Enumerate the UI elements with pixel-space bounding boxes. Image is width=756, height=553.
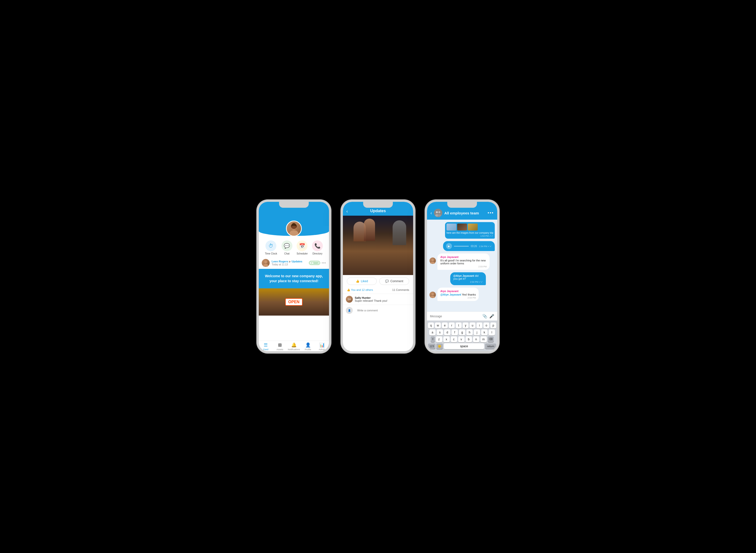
nav-admin[interactable]: 📊 Admin (315, 342, 329, 351)
key-u[interactable]: u (469, 322, 475, 328)
attachment-icon[interactable]: 📎 (482, 314, 487, 319)
phone-2-screen: ‹ Updates 👍 Liked (343, 202, 413, 351)
time-clock-label: Time Clock (265, 252, 277, 255)
key-emoji[interactable]: 😊 (436, 343, 443, 349)
time-clock-icon-circle: ⏱ (266, 240, 276, 251)
phones-container: ⏱ Time Clock 💬 Chat 📅 Scheduler (247, 190, 509, 363)
directory-icon-circle: 📞 (312, 240, 323, 251)
post-more-dots[interactable]: ••• (322, 261, 326, 265)
key-v[interactable]: v (458, 336, 465, 342)
chat-icon-item[interactable]: 💬 Chat (282, 240, 292, 255)
message-input[interactable] (430, 315, 480, 318)
received-text-1: It's all good! i'm searching for the new… (440, 259, 486, 265)
key-f[interactable]: f (451, 329, 458, 335)
key-shift[interactable]: ⇧ (431, 336, 435, 342)
key-t[interactable]: t (456, 322, 462, 328)
bottom-nav: ☰ Feed ⊞ Assets 🔔 Notifications 👤 Profil… (259, 340, 329, 351)
post-time: Today at 11:13 (272, 263, 307, 266)
trip-image-2 (457, 224, 467, 231)
key-k[interactable]: k (481, 329, 487, 335)
key-j[interactable]: j (474, 329, 480, 335)
key-backspace[interactable]: ⌫ (488, 336, 494, 342)
audio-play-button[interactable]: ▶ (446, 243, 452, 249)
welcome-banner-text: Welcome to our new company app, your pla… (263, 274, 325, 284)
keyboard-row-2: a s d f g h j k l (428, 329, 496, 335)
scheduler-icon-circle: 📅 (297, 240, 307, 251)
like-button[interactable]: 👍 Liked (347, 278, 377, 285)
phone-1-notch (279, 202, 309, 208)
audio-message-time: 1:54 PM ✓✓ (479, 245, 492, 248)
comment-avatar: SH (346, 296, 353, 303)
post-header: Leen Rogers ▶ Updates Today at 11:13 ✓ S… (259, 257, 329, 269)
nav-assets[interactable]: ⊞ Assets (273, 342, 287, 351)
key-e[interactable]: e (442, 322, 448, 328)
key-d[interactable]: d (444, 329, 450, 335)
phone-3-notch (447, 202, 477, 208)
phone-1: ⏱ Time Clock 💬 Chat 📅 Scheduler (257, 200, 331, 353)
phone-3-screen: ‹ All employees team ••• (427, 202, 497, 351)
svg-point-1 (289, 230, 298, 236)
chat-icon-circle: 💬 (282, 240, 292, 251)
comment-button[interactable]: 💬 Comment (379, 278, 409, 285)
time-clock-icon-item[interactable]: ⏱ Time Clock (265, 240, 277, 255)
key-123[interactable]: 123 (428, 343, 435, 349)
key-x[interactable]: x (443, 336, 450, 342)
key-q[interactable]: q (428, 322, 434, 328)
key-h[interactable]: h (466, 329, 473, 335)
comment-body: Super relevant! Thank you! (355, 299, 387, 302)
nav-profile[interactable]: 👤 Profile (301, 342, 315, 351)
key-r[interactable]: r (449, 322, 455, 328)
keyboard: q w e r t y u i o p a s d f g h (427, 321, 497, 351)
post-header-text: Leen Rogers ▶ Updates Today at 11:13 (272, 260, 307, 266)
key-n[interactable]: n (473, 336, 479, 342)
key-p[interactable]: p (490, 322, 496, 328)
image-message-time: 1:53 PM ✓✓ (447, 235, 493, 237)
comment-author: Sally Hunter (355, 296, 371, 299)
nav-notifications[interactable]: 🔔 Notifications (287, 342, 301, 351)
svg-point-8 (436, 211, 438, 213)
svg-point-3 (264, 260, 267, 263)
nav-feed[interactable]: ☰ Feed (259, 342, 273, 351)
chat-label: Chat (284, 252, 289, 255)
welcome-banner: Welcome to our new company app, your pla… (259, 269, 329, 288)
key-m[interactable]: m (480, 336, 487, 342)
key-g[interactable]: g (459, 329, 465, 335)
key-i[interactable]: i (476, 322, 482, 328)
chat-back-button[interactable]: ‹ (431, 211, 432, 216)
chat-more-button[interactable]: ••• (487, 211, 494, 216)
microphone-icon[interactable]: 🎤 (489, 314, 494, 319)
admin-nav-icon: 📊 (319, 342, 325, 348)
comment-label: Comment (390, 280, 403, 283)
key-w[interactable]: w (435, 322, 441, 328)
write-comment-avatar: 👤 (346, 307, 353, 314)
open-sign: OPEN (285, 298, 302, 306)
back-button[interactable]: ‹ (346, 209, 348, 214)
directory-icon-item[interactable]: 📞 Directory (312, 240, 323, 255)
audio-duration: 03:26 (471, 245, 477, 248)
scheduler-icon: 📅 (299, 243, 305, 249)
svg-point-13 (431, 262, 435, 264)
comment-content: Sally Hunter Super relevant! Thank you! (355, 296, 387, 302)
key-o[interactable]: o (483, 322, 489, 328)
sent-checkmarks: ✓✓ (489, 235, 493, 237)
assets-nav-icon: ⊞ (278, 342, 282, 348)
key-s[interactable]: s (437, 329, 443, 335)
video-player[interactable] (343, 216, 413, 275)
scheduler-icon-item[interactable]: 📅 Scheduler (297, 240, 308, 255)
key-l[interactable]: l (488, 329, 495, 335)
write-comment-input[interactable] (355, 307, 410, 313)
profile-nav-label: Profile (305, 348, 311, 351)
assets-nav-label: Assets (277, 348, 283, 351)
key-y[interactable]: y (463, 322, 468, 328)
key-c[interactable]: c (451, 336, 457, 342)
key-space[interactable]: space (444, 343, 484, 349)
svg-point-14 (432, 293, 434, 295)
phone-2: ‹ Updates 👍 Liked (341, 200, 415, 353)
key-z[interactable]: z (436, 336, 442, 342)
key-return[interactable]: return (485, 343, 496, 349)
svg-point-9 (438, 211, 440, 213)
received-text-2: @Aiye Jayavant Yes! thanks (440, 293, 476, 296)
key-a[interactable]: a (429, 329, 436, 335)
key-b[interactable]: b (466, 336, 472, 342)
trip-image-3 (468, 224, 478, 231)
